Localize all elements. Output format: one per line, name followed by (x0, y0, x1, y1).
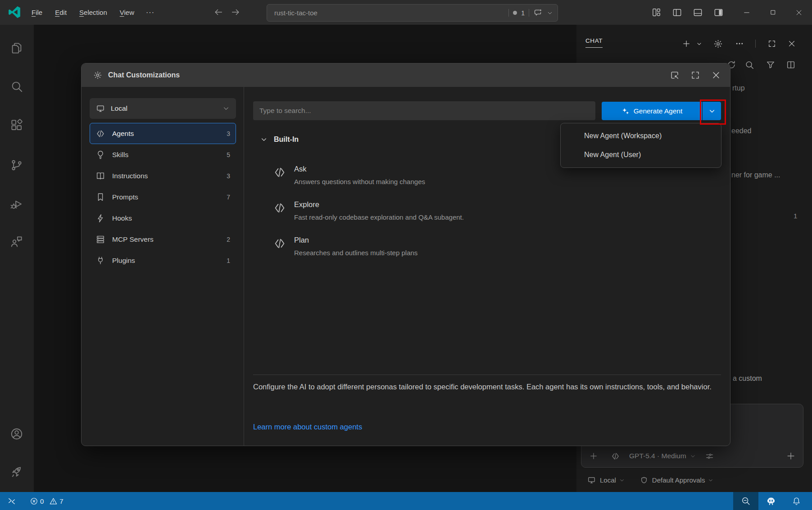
session-dot-icon (513, 11, 517, 15)
dialog-header: Chat Customizations (82, 63, 730, 87)
generate-agent-dropdown-button[interactable] (703, 102, 721, 120)
model-picker[interactable]: GPT-5.4 · Medium (629, 452, 686, 460)
rocket-icon[interactable] (10, 465, 23, 479)
forward-arrow-icon[interactable] (231, 7, 240, 17)
close-window-button[interactable] (786, 0, 812, 25)
dialog-header-actions (668, 68, 723, 82)
chevron-down-icon[interactable] (619, 478, 625, 483)
zoom-out-button[interactable] (733, 492, 758, 510)
agent-description: Fast read-only codebase exploration and … (294, 213, 464, 222)
notifications-bell-button[interactable] (784, 492, 809, 510)
minimize-button[interactable] (734, 0, 760, 25)
window-controls (734, 0, 812, 25)
warning-icon (49, 497, 58, 505)
chevron-down-icon[interactable] (690, 453, 696, 459)
send-plus-icon[interactable] (784, 449, 798, 463)
explorer-icon[interactable] (10, 41, 23, 55)
agent-item-plan[interactable]: Plan Researches and outlines multi-step … (273, 235, 417, 257)
warning-count: 7 (59, 497, 63, 505)
nav-label: MCP Servers (112, 235, 154, 244)
problems-indicator[interactable]: 0 7 (30, 497, 64, 505)
nav-count: 7 (227, 194, 230, 201)
chevron-down-icon[interactable] (708, 478, 713, 483)
nav-item-skills[interactable]: Skills 5 (90, 144, 236, 165)
chevron-down-icon[interactable] (547, 10, 553, 16)
scope-value: Local (111, 104, 127, 113)
zap-icon (95, 213, 105, 223)
toggle-panel-icon[interactable] (693, 7, 703, 18)
chat-maximize-icon[interactable] (766, 37, 778, 50)
generate-agent-button[interactable]: Generate Agent (602, 102, 702, 120)
menu-item-new-agent-workspace[interactable]: New Agent (Workspace) (561, 126, 721, 145)
tab-chat[interactable]: CHAT (585, 37, 603, 48)
scope-dropdown[interactable]: Local (90, 98, 236, 119)
extensions-icon[interactable] (10, 118, 23, 132)
new-chat-chevron-icon[interactable] (694, 37, 703, 50)
nav-item-agents[interactable]: Agents 3 (90, 123, 236, 144)
close-dialog-icon[interactable] (709, 68, 723, 82)
nav-item-instructions[interactable]: Instructions 3 (90, 165, 236, 186)
open-in-editor-icon[interactable] (668, 68, 681, 82)
maximize-dialog-icon[interactable] (689, 68, 702, 82)
search-sessions-icon[interactable] (744, 59, 755, 70)
nav-item-mcp-servers[interactable]: MCP Servers 2 (90, 229, 236, 250)
new-chat-button[interactable] (680, 37, 693, 50)
toggle-primary-sidebar-icon[interactable] (672, 7, 682, 18)
toggle-secondary-sidebar-icon[interactable] (713, 7, 724, 18)
chat-customizations-dialog: Chat Customizations Local Agents 3 (81, 63, 730, 446)
agent-name: Explore (294, 199, 464, 210)
agent-item-ask[interactable]: Ask Answers questions without making cha… (273, 163, 425, 186)
environment-picker[interactable]: Local (600, 476, 616, 484)
zoom-out-icon (741, 496, 751, 506)
tools-sliders-icon[interactable] (703, 449, 717, 463)
maximize-button[interactable] (760, 0, 786, 25)
nav-item-hooks[interactable]: Hooks (90, 208, 236, 229)
agent-mode-icon[interactable] (608, 449, 622, 463)
footer-description: Configure the AI to adopt different pers… (253, 379, 726, 394)
remote-icon (7, 496, 16, 505)
nav-item-prompts[interactable]: Prompts 7 (90, 186, 236, 208)
chat-more-actions-icon[interactable] (733, 37, 746, 50)
agent-icon (95, 129, 105, 139)
nav-label: Agents (112, 130, 134, 138)
menu-more-button[interactable]: ··· (141, 9, 160, 17)
nav-count: 3 (227, 130, 230, 137)
built-in-section-header[interactable]: Built-In (260, 135, 299, 144)
title-bar: File Edit Selection View ··· rust-tic-ta… (0, 0, 812, 25)
split-editor-icon[interactable] (785, 59, 796, 70)
filter-icon[interactable] (765, 59, 776, 70)
attach-context-icon[interactable] (587, 449, 600, 463)
chat-settings-gear-icon[interactable] (712, 37, 724, 50)
separator (508, 9, 509, 17)
command-center-value[interactable]: rust-tic-tac-toe (267, 9, 508, 17)
search-icon[interactable] (10, 80, 23, 93)
chat-close-icon[interactable] (785, 37, 798, 50)
accounts-icon[interactable] (10, 427, 23, 441)
session-item-text[interactable]: rtup (732, 84, 745, 92)
chat-icon[interactable] (10, 235, 23, 248)
session-item-text[interactable]: ner for game ... (731, 171, 780, 179)
shield-icon (640, 476, 648, 484)
source-control-icon[interactable] (10, 158, 23, 172)
run-debug-icon[interactable] (10, 197, 23, 211)
menu-selection[interactable]: Selection (73, 9, 113, 16)
learn-more-link[interactable]: Learn more about custom agents (253, 423, 362, 431)
agent-item-explore[interactable]: Explore Fast read-only codebase explorat… (273, 199, 464, 222)
command-center[interactable]: rust-tic-tac-toe 1 (267, 4, 558, 22)
menu-item-new-agent-user[interactable]: New Agent (User) (561, 145, 721, 164)
chat-sparkle-icon[interactable] (533, 8, 543, 18)
nav-item-plugins[interactable]: Plugins 1 (90, 250, 236, 271)
session-count: 1 (521, 9, 525, 17)
session-item-text[interactable]: eeded (731, 127, 752, 135)
nav-label: Hooks (112, 214, 132, 222)
search-input[interactable] (253, 101, 595, 120)
customize-layout-icon[interactable] (651, 7, 662, 18)
menu-edit[interactable]: Edit (49, 9, 73, 16)
remote-indicator[interactable] (0, 492, 23, 510)
copilot-status-button[interactable] (758, 492, 784, 510)
nav-count: 2 (227, 236, 230, 243)
menu-file[interactable]: File (25, 9, 49, 16)
menu-view[interactable]: View (113, 9, 141, 16)
back-arrow-icon[interactable] (213, 7, 223, 17)
approvals-picker[interactable]: Default Approvals (652, 476, 705, 484)
